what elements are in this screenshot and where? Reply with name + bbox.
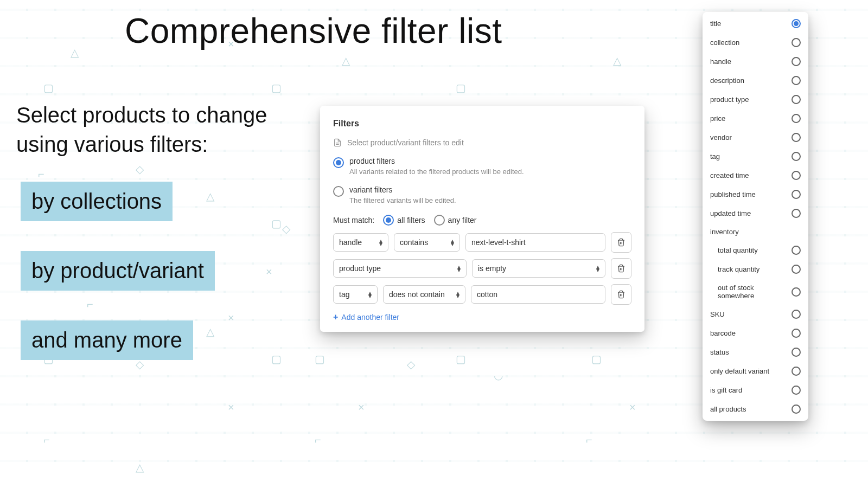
filter-list-item[interactable]: title bbox=[703, 14, 808, 33]
field-select[interactable]: tag ▴▾ bbox=[333, 285, 378, 304]
filter-list-item[interactable]: status bbox=[703, 343, 808, 362]
filter-list-item-label: description bbox=[710, 76, 744, 85]
radio-icon bbox=[792, 386, 801, 395]
add-filter-label: Add another filter bbox=[341, 313, 399, 322]
filter-list-item[interactable]: only default variant bbox=[703, 362, 808, 381]
match-row: Must match: all filters any filter bbox=[333, 214, 631, 226]
radio-variant-filters[interactable]: variant filters The filtered variants wi… bbox=[333, 185, 631, 204]
filter-list-item-label: title bbox=[710, 20, 721, 28]
filter-list-item[interactable]: price bbox=[703, 109, 808, 128]
sort-icon: ▴▾ bbox=[451, 239, 454, 246]
filter-list-item[interactable]: product type bbox=[703, 90, 808, 109]
filter-list-item[interactable]: description bbox=[703, 71, 808, 90]
radio-icon bbox=[792, 171, 801, 180]
delete-filter-button[interactable] bbox=[611, 258, 631, 279]
radio-icon bbox=[792, 190, 801, 199]
filter-list-item[interactable]: handle bbox=[703, 52, 808, 71]
trash-icon bbox=[617, 264, 626, 273]
field-select[interactable]: handle ▴▾ bbox=[333, 233, 388, 252]
filter-list-item[interactable]: published time bbox=[703, 185, 808, 204]
filter-list-item-label: product type bbox=[710, 95, 749, 104]
filter-list-item[interactable]: total quantity bbox=[703, 241, 808, 260]
match-label: Must match: bbox=[333, 216, 374, 224]
delete-filter-button[interactable] bbox=[611, 284, 631, 305]
field-select[interactable]: product type ▴▾ bbox=[333, 259, 467, 278]
filter-list-item-label: barcode bbox=[710, 329, 736, 337]
filters-hint: Select product/variant filters to edit bbox=[333, 138, 631, 147]
radio-icon bbox=[792, 57, 801, 66]
chip-product-variant: by product/variant bbox=[21, 251, 215, 291]
radio-icon bbox=[792, 287, 801, 297]
radio-icon bbox=[792, 246, 801, 255]
sort-icon: ▴▾ bbox=[368, 291, 372, 298]
radio-icon bbox=[333, 157, 344, 168]
page-title: Comprehensive filter list bbox=[125, 11, 502, 51]
value-input[interactable]: next-level-t-shirt bbox=[465, 233, 605, 252]
filter-list-item-label: is gift card bbox=[710, 386, 742, 394]
filter-list-item[interactable]: track quantity bbox=[703, 260, 808, 279]
sort-icon: ▴▾ bbox=[457, 265, 461, 272]
sort-icon: ▴▾ bbox=[379, 239, 382, 246]
operator-select-value: does not contain bbox=[389, 290, 445, 299]
radio-label: all filters bbox=[397, 216, 425, 224]
filter-list-item[interactable]: updated time bbox=[703, 204, 808, 223]
filter-row: product type ▴▾ is empty ▴▾ bbox=[333, 258, 631, 279]
operator-select-value: is empty bbox=[478, 264, 506, 273]
field-select-value: tag bbox=[339, 290, 349, 299]
filter-field-list: titlecollectionhandledescriptionproduct … bbox=[703, 12, 808, 421]
filter-list-item[interactable]: created time bbox=[703, 166, 808, 185]
operator-select[interactable]: does not contain ▴▾ bbox=[383, 285, 465, 304]
radio-icon bbox=[792, 152, 801, 161]
chip-collections: by collections bbox=[21, 182, 173, 221]
filters-hint-text: Select product/variant filters to edit bbox=[347, 138, 464, 147]
radio-icon bbox=[792, 367, 801, 376]
filter-list-item[interactable]: tag bbox=[703, 147, 808, 166]
filter-list-item[interactable]: all products bbox=[703, 400, 808, 419]
radio-icon bbox=[792, 209, 801, 218]
delete-filter-button[interactable] bbox=[611, 232, 631, 253]
filter-list-item[interactable]: out of stock somewhere bbox=[703, 279, 808, 305]
operator-select-value: contains bbox=[400, 238, 428, 247]
radio-icon bbox=[792, 95, 801, 104]
radio-product-filters[interactable]: product filters All variants related to … bbox=[333, 157, 631, 176]
filter-list-item-label: price bbox=[710, 114, 725, 123]
operator-select[interactable]: contains ▴▾ bbox=[394, 233, 460, 252]
filter-list-item-label: out of stock somewhere bbox=[718, 284, 792, 300]
radio-icon bbox=[383, 215, 394, 226]
filter-list-header: inventory bbox=[703, 223, 808, 241]
filters-panel: Filters Select product/variant filters t… bbox=[320, 106, 644, 332]
subtitle-line-2: using various filters: bbox=[16, 130, 267, 159]
filter-list-item[interactable]: SKU bbox=[703, 305, 808, 324]
filter-list-item[interactable]: barcode bbox=[703, 324, 808, 343]
value-input[interactable]: cotton bbox=[471, 285, 605, 304]
radio-any-filter[interactable]: any filter bbox=[434, 214, 477, 226]
page-subtitle: Select products to change using various … bbox=[16, 100, 267, 159]
filter-list-item-label: updated time bbox=[710, 209, 751, 217]
radio-icon bbox=[792, 38, 801, 47]
field-select-value: handle bbox=[339, 238, 362, 247]
add-filter-button[interactable]: + Add another filter bbox=[333, 312, 631, 322]
chip-many-more: and many more bbox=[21, 320, 193, 360]
filter-list-item[interactable]: vendor bbox=[703, 128, 808, 147]
radio-description: All variants related to the filtered pro… bbox=[349, 168, 524, 176]
radio-icon bbox=[792, 329, 801, 338]
document-icon bbox=[333, 138, 342, 147]
sort-icon: ▴▾ bbox=[596, 265, 599, 272]
chip-list: by collections by product/variant and ma… bbox=[21, 182, 215, 360]
filter-list-item-label: total quantity bbox=[718, 246, 758, 254]
filter-list-item-label: collection bbox=[710, 38, 739, 47]
radio-icon bbox=[792, 133, 801, 142]
radio-icon bbox=[792, 348, 801, 357]
filter-list-item[interactable]: collection bbox=[703, 33, 808, 52]
radio-icon bbox=[792, 19, 801, 28]
filter-row: tag ▴▾ does not contain ▴▾ cotton bbox=[333, 284, 631, 305]
filter-list-item[interactable]: is gift card bbox=[703, 381, 808, 400]
trash-icon bbox=[617, 290, 626, 299]
filter-list-item-label: status bbox=[710, 348, 729, 356]
radio-label: product filters bbox=[349, 157, 524, 165]
radio-label: any filter bbox=[448, 216, 477, 224]
radio-icon bbox=[792, 404, 801, 414]
operator-select[interactable]: is empty ▴▾ bbox=[472, 259, 605, 278]
radio-all-filters[interactable]: all filters bbox=[383, 214, 425, 226]
sort-icon: ▴▾ bbox=[456, 291, 459, 298]
